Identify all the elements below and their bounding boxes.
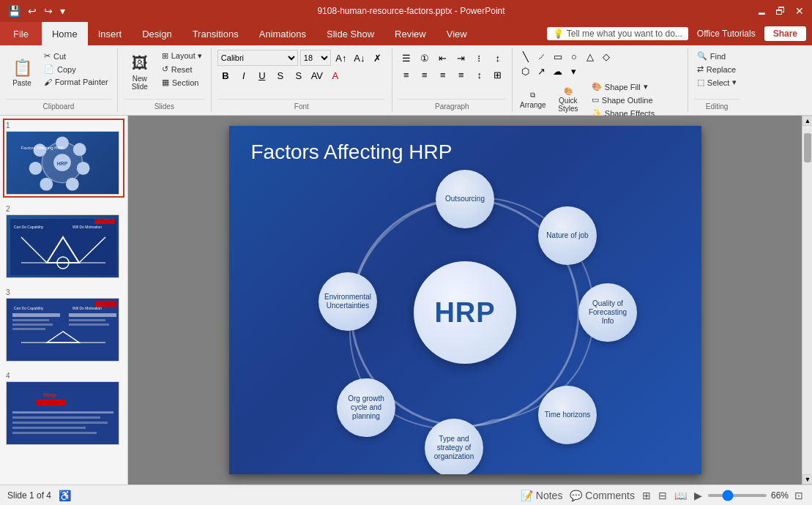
clear-format-btn[interactable]: ✗ xyxy=(370,50,386,66)
arrange-button[interactable]: ⧉ Arrange xyxy=(518,80,548,120)
justify-btn[interactable]: ≡ xyxy=(453,67,469,83)
shape-outline-button[interactable]: ▭ Shape Outline xyxy=(589,94,658,106)
char-space-btn[interactable]: AV xyxy=(309,67,325,83)
slide-thumb-2[interactable]: 2 Can Do Capability Will Do Motivation xyxy=(3,202,124,281)
satellite-org-growth: Org growth cycle and planning xyxy=(337,378,395,437)
indent-more-btn[interactable]: ⇥ xyxy=(453,50,469,66)
paste-label: Paste xyxy=(12,79,31,87)
accessibility-btn[interactable]: ♿ xyxy=(57,488,72,503)
slide-thumb-1[interactable]: 1 HRP Factors Affecti xyxy=(3,119,124,198)
copy-button[interactable]: 📄Copy xyxy=(41,63,111,75)
tab-review[interactable]: Review xyxy=(384,22,436,45)
shape-btn[interactable]: ☁ xyxy=(551,64,565,78)
quick-styles-button[interactable]: 🎨 Quick Styles xyxy=(554,80,583,120)
cut-button[interactable]: ✂Cut xyxy=(41,50,111,62)
underline-button[interactable]: U xyxy=(254,67,270,83)
shape-btn[interactable]: ⬡ xyxy=(518,64,533,78)
comments-button[interactable]: 💬 Comments xyxy=(568,488,636,503)
shape-btn[interactable]: ╲ xyxy=(518,50,533,63)
share-button[interactable]: Share xyxy=(764,26,806,41)
align-left-btn[interactable]: ≡ xyxy=(398,67,414,83)
scroll-thumb[interactable] xyxy=(804,133,811,162)
bold-button[interactable]: B xyxy=(217,67,234,83)
font-color-btn[interactable]: A xyxy=(327,67,343,83)
align-center-btn[interactable]: ≡ xyxy=(417,67,433,83)
text-direction-btn[interactable]: ↕ xyxy=(490,50,506,66)
save-btn[interactable]: 💾 xyxy=(6,5,23,17)
tab-transitions[interactable]: Transitions xyxy=(182,22,249,45)
increase-font-btn[interactable]: A↑ xyxy=(333,50,349,66)
shape-btn[interactable]: △ xyxy=(583,50,597,63)
tab-home[interactable]: Home xyxy=(42,22,88,45)
font-controls: Calibri 18 A↑ A↓ ✗ B I U S S AV A xyxy=(217,50,386,83)
close-btn[interactable]: ✕ xyxy=(793,4,806,18)
notes-button[interactable]: 📝 Notes xyxy=(519,488,564,503)
indent-less-btn[interactable]: ⇤ xyxy=(435,50,451,66)
shape-btn[interactable]: ⟋ xyxy=(534,50,549,63)
find-button[interactable]: 🔍 Find xyxy=(694,50,740,62)
drawing-actions: ⧉ Arrange 🎨 Quick Styles 🎨 Shape Fill▾ ▭… xyxy=(518,80,658,120)
zoom-slider[interactable] xyxy=(708,494,767,497)
align-right-btn[interactable]: ≡ xyxy=(435,67,451,83)
svg-rect-23 xyxy=(94,301,116,307)
layout-button[interactable]: ⊞Layout ▾ xyxy=(159,50,205,62)
font-name-select[interactable]: Calibri xyxy=(217,50,298,66)
slideshow-btn[interactable]: ▶ xyxy=(693,488,704,503)
decrease-font-btn[interactable]: A↓ xyxy=(351,50,368,66)
svg-point-7 xyxy=(40,178,53,191)
format-painter-button[interactable]: 🖌Format Painter xyxy=(41,76,111,88)
new-slide-label: NewSlide xyxy=(132,75,148,91)
normal-view-btn[interactable]: ⊞ xyxy=(641,488,652,503)
customize-btn[interactable]: ▾ xyxy=(58,5,67,17)
shape-btn[interactable]: ↗ xyxy=(534,64,549,78)
tab-insert[interactable]: Insert xyxy=(88,22,133,45)
slides-label: Slides xyxy=(124,99,205,111)
paste-button[interactable]: 📋 Paste xyxy=(6,50,38,95)
shape-btn[interactable]: ▭ xyxy=(551,50,565,63)
select-button[interactable]: ⬚ Select▾ xyxy=(694,76,740,89)
scroll-up-btn[interactable]: ▲ xyxy=(802,116,812,126)
minimize-btn[interactable]: 🗕 xyxy=(755,4,768,18)
scroll-down-btn[interactable]: ▼ xyxy=(802,474,812,485)
replace-button[interactable]: ⇄ Replace xyxy=(694,63,740,75)
slide-thumb-4[interactable]: 4 Stop xyxy=(3,369,124,448)
format-painter-icon: 🖌 xyxy=(44,78,52,86)
shape-fill-button[interactable]: 🎨 Shape Fill▾ xyxy=(589,81,658,93)
tab-design[interactable]: Design xyxy=(132,22,182,45)
redo-btn[interactable]: ↪ xyxy=(42,5,55,17)
numbering-btn[interactable]: ① xyxy=(417,50,433,66)
slide-title: Factors Affecting HRP xyxy=(251,141,452,164)
columns-btn[interactable]: ⫶ xyxy=(472,50,488,66)
window-title: 9108-human-resource-factors.pptx - Power… xyxy=(67,6,755,16)
strikethrough-btn[interactable]: S xyxy=(272,67,288,83)
ribbon-group-paragraph: ☰ ① ⇤ ⇥ ⫶ ↕ ≡ ≡ ≡ ≡ ↕ ⊞ Paragraph xyxy=(392,48,513,112)
slide-thumb-3[interactable]: 3 Can Do Capability Will Do Motivation xyxy=(3,285,124,364)
office-tutorials-link[interactable]: Office Tutorials xyxy=(691,26,761,42)
tell-me-input[interactable]: 💡 Tell me what you want to do... xyxy=(547,27,688,40)
line-spacing-btn[interactable]: ↕ xyxy=(472,67,488,83)
file-menu-button[interactable]: File xyxy=(0,22,42,45)
slide-thumbnail-4: Stop xyxy=(6,381,119,445)
reading-view-btn[interactable]: 📖 xyxy=(673,488,688,503)
undo-btn[interactable]: ↩ xyxy=(26,5,39,17)
shape-btn[interactable]: ○ xyxy=(567,50,581,63)
clipboard-small-group: ✂Cut 📄Copy 🖌Format Painter xyxy=(41,50,111,88)
bullets-btn[interactable]: ☰ xyxy=(398,50,414,66)
fit-slide-btn[interactable]: ⊡ xyxy=(793,488,805,503)
new-slide-button[interactable]: 🖼 NewSlide xyxy=(124,50,156,95)
smart-art-btn[interactable]: ⊞ xyxy=(490,67,506,83)
tab-animations[interactable]: Animations xyxy=(249,22,316,45)
reset-button[interactable]: ↺Reset xyxy=(159,63,205,75)
italic-button[interactable]: I xyxy=(236,67,252,83)
arrange-label: Arrange xyxy=(520,101,546,109)
shadow-btn[interactable]: S xyxy=(291,67,307,83)
shape-btn[interactable]: ◇ xyxy=(599,50,614,63)
font-size-select[interactable]: 18 xyxy=(300,50,331,66)
maximize-btn[interactable]: 🗗 xyxy=(774,4,787,18)
more-shapes-btn[interactable]: ▾ xyxy=(567,64,581,78)
slide-canvas[interactable]: Factors Affecting HRP xyxy=(229,126,701,474)
section-button[interactable]: ▦Section xyxy=(159,76,205,89)
slide-sorter-btn[interactable]: ⊟ xyxy=(657,488,668,503)
tab-view[interactable]: View xyxy=(436,22,477,45)
tab-slideshow[interactable]: Slide Show xyxy=(316,22,384,45)
